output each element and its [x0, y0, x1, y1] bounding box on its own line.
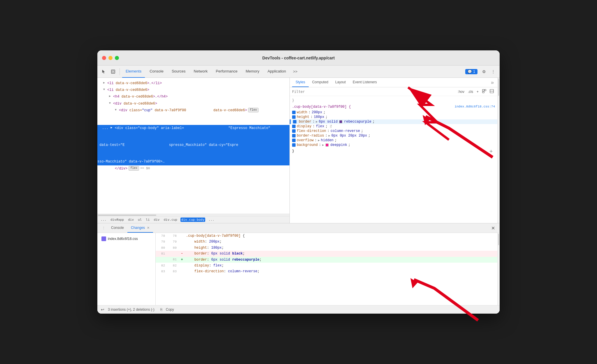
kebab-menu-icon[interactable]: ⋮ [489, 68, 497, 76]
elem-line-li2[interactable]: ▼ <li data-v-ced68de6 > [97, 87, 289, 93]
cursor-icon[interactable] [100, 68, 108, 76]
chat-icon: 💬 [468, 70, 472, 74]
copy-label[interactable]: Copy [166, 308, 174, 312]
css-file-icon [101, 236, 106, 241]
color-swatch-rebeccapurple[interactable] [339, 120, 342, 123]
changes-sidebar: index.8d6c6f18.css [97, 233, 156, 305]
elem-arrow[interactable]: ▼ [103, 87, 107, 92]
tab-application[interactable]: Application [264, 66, 290, 78]
tab-computed[interactable]: Computed [309, 78, 332, 87]
devtools-toolbar: Elements Console Sources Network Perform… [97, 66, 500, 78]
dock-icon[interactable] [489, 89, 495, 95]
elem-line-li1[interactable]: ▶ <li data-v-ced68de6 > … </li> [97, 80, 289, 87]
elem-arrow[interactable]: ▶ [109, 94, 113, 99]
filter-input[interactable] [292, 90, 455, 94]
bottom-content: index.8d6c6f18.css 78 78 .cup-body[data-… [97, 233, 500, 305]
main-panel: ▶ <li data-v-ced68de6 > … </li> ▼ <li da… [97, 78, 500, 223]
style-source[interactable]: index.8d6c6f18.css:74 [454, 105, 495, 109]
breadcrumb-dots[interactable]: ... [100, 218, 107, 222]
elem-line-div1[interactable]: ▼ <div data-v-ced68de6 > [97, 100, 289, 107]
hov-button[interactable]: :hov [456, 89, 466, 94]
close-button[interactable] [102, 56, 106, 60]
elem-arrow[interactable]: ▼ [115, 108, 119, 112]
breadcrumb-div[interactable]: div [127, 218, 135, 222]
styles-more-tabs[interactable]: » [490, 79, 495, 86]
inspector-icon[interactable] [109, 68, 117, 76]
more-tabs-button[interactable]: >> [291, 66, 300, 78]
breadcrumb-ul[interactable]: ul [137, 218, 143, 222]
tab-changes[interactable]: Changes ✕ [127, 223, 153, 233]
style-prop-overflow: overflow : ▶ hidden ; [290, 138, 497, 143]
elem-arrow[interactable]: ▼ [109, 101, 113, 106]
scrollbar-thumb[interactable] [498, 78, 499, 96]
svg-rect-1 [112, 71, 114, 73]
chat-badge[interactable]: 💬 1 [465, 69, 477, 74]
prop-checkbox-width[interactable] [292, 111, 296, 114]
breadcrumb-div-cup[interactable]: div.cup [163, 218, 178, 222]
bottom-menu-icon[interactable]: ⋮ [100, 225, 108, 231]
elem-line-div-cup[interactable]: ▼ <div class="cup" data-v-7a0f9f00 data-… [97, 107, 289, 125]
add-style-icon[interactable]: + [475, 89, 480, 94]
breadcrumb-div-app[interactable]: div#app [110, 218, 125, 222]
inspector-toggle-icon[interactable] [481, 89, 487, 95]
scrollbar-area[interactable] [497, 78, 500, 223]
prop-checkbox-display[interactable] [292, 125, 296, 128]
style-prop-border: border : ▶ 6px solid rebeccapurple ; ⎘ [290, 119, 497, 124]
tab-layout[interactable]: Layout [332, 78, 349, 87]
color-swatch-deeppink[interactable] [326, 144, 329, 146]
tab-styles[interactable]: Styles [292, 78, 309, 87]
diff-line-79: 79 79 width: 200px; [156, 239, 497, 245]
tab-sources[interactable]: Sources [168, 66, 189, 78]
add-property-button[interactable]: + [487, 148, 495, 154]
style-prop-border-radius: border-radius : ▶ 0px 0px 20px 20px ; [290, 133, 497, 138]
prop-checkbox-border[interactable] [293, 120, 296, 123]
diff-line-78: 78 78 .cup-body[data-v-7a0f9f00] { [156, 233, 497, 239]
breadcrumb-div2[interactable]: div [153, 218, 161, 222]
breadcrumb-more[interactable]: ... [208, 218, 215, 222]
changes-file-css[interactable]: index.8d6c6f18.css [100, 235, 153, 242]
style-prop-width: width : 200px ; [290, 110, 497, 115]
undo-icon[interactable]: ↩ [101, 307, 104, 312]
elem-line-h4[interactable]: ▶ <h4 data-v-ced68de6 > … </h4> [97, 93, 289, 100]
gear-icon[interactable]: ⚙ [480, 68, 488, 76]
maximize-button[interactable] [115, 56, 119, 60]
cls-button[interactable]: .cls [467, 89, 474, 94]
elem-arrow[interactable]: ▶ [111, 126, 115, 130]
svg-rect-4 [484, 89, 486, 91]
window-title: DevTools - coffee-cart.netlify.app/cart [262, 56, 335, 60]
breadcrumb-li[interactable]: li [145, 218, 150, 222]
styles-content: } .cup-body[data-v-7a0f9f00] { index.8d6… [290, 96, 497, 223]
diff-scrollbar-thumb[interactable] [498, 234, 499, 245]
prop-checkbox-border-radius[interactable] [292, 134, 296, 137]
copy-icon-bottom[interactable]: ⎘ [160, 308, 162, 312]
breadcrumb-div-cup-body[interactable]: div.cup-body [180, 218, 205, 222]
elements-content[interactable]: ▶ <li data-v-ced68de6 > … </li> ▼ <li da… [97, 78, 289, 214]
close-bottom-panel[interactable]: ✕ [489, 224, 497, 232]
tab-network[interactable]: Network [190, 66, 211, 78]
elem-line-cup-body[interactable]: ... ▶ <div class="cup-body" aria-label= … [97, 125, 289, 165]
diff-line-82: 82 82 display: flex; [156, 263, 497, 268]
tab-console[interactable]: Console [108, 223, 127, 233]
tab-memory[interactable]: Memory [242, 66, 263, 78]
elem-arrow[interactable]: ▶ [103, 81, 107, 85]
bottom-panel: ⋮ Console Changes ✕ ✕ index.8d6c6f18.css [97, 223, 500, 314]
file-name: index.8d6c6f18.css [108, 237, 138, 241]
tab-performance[interactable]: Performance [212, 66, 241, 78]
style-rule-header: .cup-body[data-v-7a0f9f00] { index.8d6c6… [290, 104, 497, 110]
minimize-button[interactable] [108, 56, 113, 60]
diff-scrollbar[interactable] [497, 233, 500, 305]
close-changes-tab[interactable]: ✕ [147, 226, 150, 229]
elem-line-close-div[interactable]: </div> flex == $0 [97, 165, 289, 172]
prop-checkbox-background[interactable] [292, 143, 296, 147]
tab-console[interactable]: Console [146, 66, 167, 78]
svg-rect-2 [482, 89, 484, 91]
title-bar: DevTools - coffee-cart.netlify.app/cart [97, 50, 500, 66]
devtools-window: DevTools - coffee-cart.netlify.app/cart … [97, 50, 500, 314]
prop-checkbox-overflow[interactable] [292, 139, 296, 142]
breadcrumb-bar: ... div#app div ul li div div.cup div.cu… [97, 216, 289, 223]
prop-checkbox-height[interactable] [292, 115, 296, 119]
tab-elements[interactable]: Elements [122, 66, 145, 78]
prop-checkbox-flex-dir[interactable] [292, 129, 296, 133]
tab-event-listeners[interactable]: Event Listeners [349, 78, 380, 87]
svg-rect-0 [111, 70, 115, 73]
